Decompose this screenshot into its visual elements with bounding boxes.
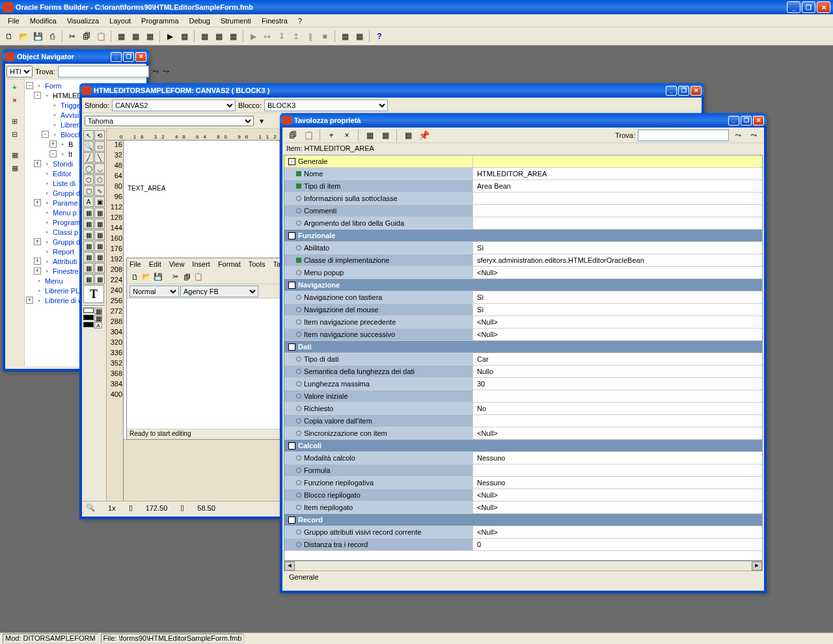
ellipse-tool-icon[interactable]: ◯ xyxy=(83,163,94,174)
prop-value[interactable] xyxy=(473,390,762,402)
text-tool-icon[interactable]: A xyxy=(83,196,94,207)
tool-icon[interactable]: ▦ xyxy=(129,30,142,43)
copy-icon[interactable]: 🗐 xyxy=(182,272,192,282)
prop-value[interactable]: <Null> xyxy=(473,427,762,439)
close-button[interactable]: ✕ xyxy=(753,116,764,126)
prop-row[interactable]: Valore iniziale xyxy=(284,390,762,403)
menu-modifica[interactable]: Modifica xyxy=(25,16,62,26)
paste-icon[interactable]: 📋 xyxy=(302,129,315,142)
prop-row[interactable]: Menu popup<Null> xyxy=(284,267,762,279)
objnav-titlebar[interactable]: Object Navigator _ ❐ ✕ xyxy=(3,49,149,64)
color-picker-icon[interactable]: ▦ xyxy=(94,308,102,314)
tool-icon[interactable]: ▦ xyxy=(94,274,105,284)
prop-value[interactable]: 0 xyxy=(473,539,762,550)
prop-value[interactable]: Car xyxy=(473,353,762,365)
tool-icon[interactable]: ▦ xyxy=(9,150,21,160)
prop-value[interactable]: Sì xyxy=(473,304,762,315)
menu-visualizza[interactable]: Visualizza xyxy=(62,16,104,26)
zoom-icon[interactable]: 🔍 xyxy=(86,503,95,512)
tree-toggle-icon[interactable]: - xyxy=(34,92,41,99)
prop-value[interactable]: sferyx.administration.editors.HTMLEditor… xyxy=(473,254,762,266)
prop-row[interactable]: Distanza tra i record0 xyxy=(284,539,762,551)
minimize-button[interactable]: _ xyxy=(666,86,677,96)
color-picker-icon[interactable]: ▦ xyxy=(94,315,102,321)
paste-icon[interactable]: 📋 xyxy=(94,30,107,43)
tree-toggle-icon[interactable]: + xyxy=(34,160,41,167)
print-icon[interactable]: ⎙ xyxy=(46,30,59,43)
tool-icon[interactable]: ▦ xyxy=(363,129,376,142)
section-toggle-icon[interactable]: - xyxy=(288,343,295,351)
prop-row[interactable]: Informazioni sulla sottoclasse xyxy=(284,193,762,205)
tool-icon[interactable]: ▦ xyxy=(83,252,94,262)
text-sample-icon[interactable]: T xyxy=(83,285,104,303)
step-icon[interactable]: ↥ xyxy=(290,30,303,43)
emb-menu-tools[interactable]: Tools xyxy=(249,260,266,268)
add-icon[interactable]: + xyxy=(9,82,21,92)
minimize-button[interactable]: _ xyxy=(111,52,122,62)
emb-menu-file[interactable]: File xyxy=(130,260,141,268)
section-toggle-icon[interactable]: - xyxy=(288,232,295,239)
tool-icon[interactable]: ▦ xyxy=(94,241,105,251)
prop-row[interactable]: Classe di implementazionesferyx.administ… xyxy=(284,254,762,267)
menu-finestra[interactable]: Finestra xyxy=(256,16,293,26)
prop-value[interactable]: Nessuno xyxy=(473,477,762,489)
collapse-icon[interactable]: ⊟ xyxy=(9,129,21,139)
prop-row[interactable]: Semantica della lunghezza dei datiNullo xyxy=(284,366,762,378)
prop-row[interactable]: Blocco riepilogato<Null> xyxy=(284,489,762,502)
emb-menu-edit[interactable]: Edit xyxy=(149,260,161,268)
prop-value[interactable]: Nullo xyxy=(473,366,762,377)
prop-hscrollbar[interactable]: ◄ ► xyxy=(284,561,763,571)
close-button[interactable]: ✕ xyxy=(135,52,146,62)
tool-icon[interactable]: ▦ xyxy=(379,129,392,142)
tool-icon[interactable]: ▦ xyxy=(198,30,211,43)
prop-value[interactable]: Sì xyxy=(473,242,762,254)
pause-icon[interactable]: ‖ xyxy=(304,30,317,43)
prop-row[interactable]: Tipo di datiCar xyxy=(284,353,762,366)
new-icon[interactable]: 🗋 xyxy=(3,30,16,43)
prop-row[interactable]: AbilitatoSì xyxy=(284,242,762,254)
zoom-tool-icon[interactable]: 🔍 xyxy=(83,141,94,152)
tree-toggle-icon[interactable]: + xyxy=(34,238,41,245)
prop-section[interactable]: -Generale xyxy=(284,155,762,168)
minimize-button[interactable]: _ xyxy=(728,116,739,126)
rect-tool-icon[interactable]: ▭ xyxy=(94,141,105,152)
prop-value[interactable] xyxy=(473,193,762,204)
tool-icon[interactable]: ▦ xyxy=(94,230,105,240)
maximize-button[interactable]: ❐ xyxy=(678,86,689,96)
paste-icon[interactable]: 📋 xyxy=(193,272,204,282)
menu-layout[interactable]: Layout xyxy=(104,16,136,26)
tool-icon[interactable]: ▦ xyxy=(83,230,94,240)
tool-icon[interactable]: ▦ xyxy=(94,219,105,229)
find-input[interactable] xyxy=(638,129,729,141)
run-icon[interactable]: ▶ xyxy=(163,30,176,43)
app-titlebar[interactable]: Oracle Forms Builder - C:\orant\forms90\… xyxy=(0,0,833,14)
blocco-select[interactable]: BLOCK3 xyxy=(264,100,388,111)
section-toggle-icon[interactable]: - xyxy=(288,442,295,449)
prop-row[interactable]: Navigazione del mouseSì xyxy=(284,304,762,316)
play-icon[interactable]: ▶ xyxy=(247,30,260,43)
menu-?[interactable]: ? xyxy=(293,16,307,26)
tool-icon[interactable]: ▦ xyxy=(402,129,415,142)
prop-row[interactable]: Lunghezza massima30 xyxy=(284,378,762,390)
maximize-button[interactable]: ❐ xyxy=(802,1,815,13)
font-size-icon[interactable]: ▾ xyxy=(255,114,268,127)
open-icon[interactable]: 📂 xyxy=(141,272,152,282)
find-prev-icon[interactable]: ⤳ xyxy=(747,129,760,142)
prop-row[interactable]: Item navigazione successivo<Null> xyxy=(284,329,762,341)
prop-row[interactable]: RichiestoNo xyxy=(284,403,762,415)
find-input[interactable] xyxy=(58,66,149,77)
minimize-button[interactable]: _ xyxy=(787,1,800,13)
property-palette-window[interactable]: Tavolozza proprietà _ ❐ ✕ 🗐 📋 + × ▦ ▦ ▦ … xyxy=(280,113,767,593)
tool-icon[interactable]: ▦ xyxy=(83,263,94,273)
prop-value[interactable]: <Null> xyxy=(473,489,762,501)
prop-row[interactable]: Sincronizzazione con item<Null> xyxy=(284,427,762,440)
prop-row[interactable]: Commenti xyxy=(284,205,762,217)
text-color-icon[interactable] xyxy=(83,322,94,327)
emb-menu-insert[interactable]: Insert xyxy=(192,260,210,268)
rrect-tool-icon[interactable]: ▢ xyxy=(83,185,94,196)
emb-menu-view[interactable]: View xyxy=(169,260,185,268)
remove-icon[interactable]: × xyxy=(340,129,353,142)
tool-icon[interactable]: ▦ xyxy=(143,30,156,43)
tree-toggle-icon[interactable]: - xyxy=(26,82,33,89)
embedded-edit-area[interactable] xyxy=(127,299,282,429)
